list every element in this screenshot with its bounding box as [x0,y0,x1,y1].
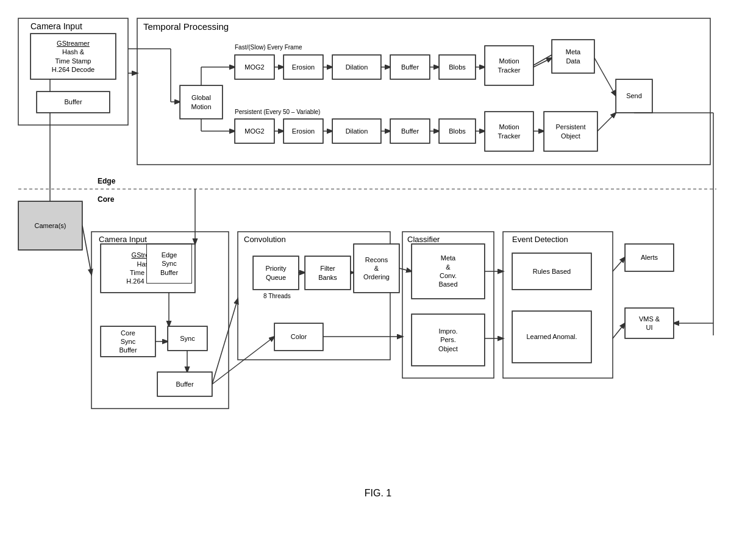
convolution-label: Convolution [244,235,286,244]
svg-line-71 [212,299,238,384]
erosion-fast-box: Erosion [284,55,323,79]
edge-label: Edge [98,177,115,185]
dilation-fast-box: Dilation [332,55,381,79]
camera-input-top-label: Camera Input [30,21,82,31]
core-label: Core [98,195,114,204]
fast-slow-label: Fast/(Slow) Every Frame [235,44,302,51]
core-sync-buffer-box: CoreSyncBuffer [101,326,155,357]
camera-input-bottom-label: Camera Input [99,235,147,244]
sync-box: Sync [168,326,207,351]
motion-tracker-slow-box: MotionTracker [485,112,533,151]
erosion-slow-box: Erosion [284,119,323,143]
mog2-slow-box: MOG2 [235,119,274,143]
meta-conv-based-box: Meta&Conv.Based [412,244,485,299]
svg-line-81 [613,323,625,338]
meta-data-box: MetaData [552,40,594,73]
priority-queue-box: PriorityQueue [253,256,299,290]
filter-banks-box: FilterBanks [305,256,351,290]
svg-line-41 [597,113,616,131]
svg-line-42 [533,55,552,65]
persistent-label: Persistent (Every 50 – Variable) [235,109,320,115]
motion-tracker-fast-box: MotionTracker [485,46,533,85]
persistent-object-box: PersistentObject [544,112,597,151]
hash-time-top: Hash &Time StampH.264 Decode [52,48,94,74]
blobs-fast-box: Blobs [439,55,476,79]
buffer-slow-box: Buffer [390,119,430,143]
fig-label: FIG. 1 [341,488,415,499]
diagram-container: Camera Input GStreamer Hash &Time StampH… [0,0,756,536]
blobs-slow-box: Blobs [439,119,476,143]
alerts-box: Alerts [625,244,674,271]
temporal-processing-label: Temporal Processing [143,21,229,32]
recons-ordering-box: Recons&Ordering [354,244,399,293]
svg-line-64 [82,226,91,274]
svg-line-80 [613,257,625,271]
cameras-box: Camera(s) [18,201,82,250]
svg-line-82 [212,337,274,384]
event-detection-label: Event Detection [512,235,568,244]
rules-based-box: Rules Based [512,253,591,290]
learned-anomal-box: Learned Anomal. [512,311,591,363]
vms-ui-box: VMS &UI [625,308,674,338]
buffer-top-box: Buffer [37,91,110,113]
svg-line-76 [399,268,412,271]
color-box: Color [274,323,323,351]
svg-line-26 [533,58,552,67]
send-box: Send [616,79,652,113]
gstreamer-top-box: GStreamer Hash &Time StampH.264 Decode [30,34,116,79]
mog2-fast-box: MOG2 [235,55,274,79]
buffer-fast-box: Buffer [390,55,430,79]
edge-sync-buffer-box: EdgeSyncBuffer [146,244,192,284]
dilation-slow-box: Dilation [332,119,381,143]
threads-label: 8 Threads [263,293,291,299]
svg-line-40 [594,58,616,96]
gstreamer-top-label: GStreamer [57,39,90,48]
classifier-label: Classifier [407,235,440,244]
global-motion-box: GlobalMotion [180,85,223,119]
impro-pers-object-box: Impro.Pers.Object [412,314,485,366]
buffer-bottom-box: Buffer [157,372,212,396]
